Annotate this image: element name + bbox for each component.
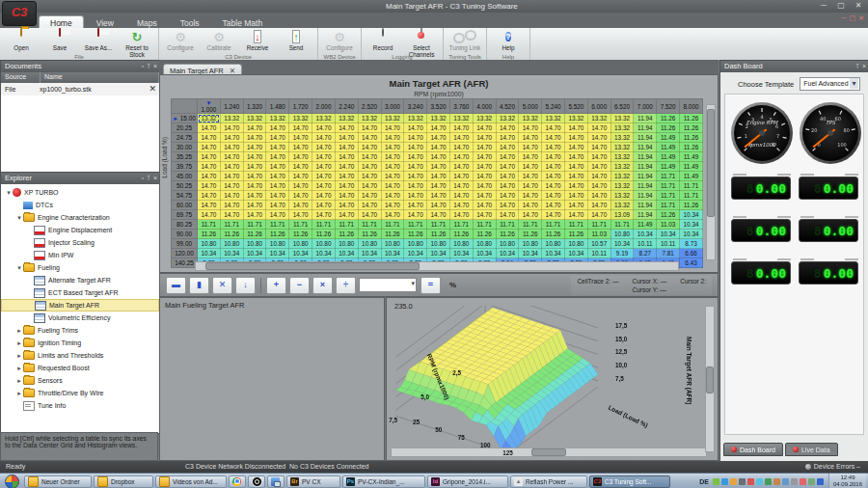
taskbar-button-c3-tuning-soft-[interactable]: C3C3 Tuning Soft... (589, 475, 670, 488)
afr-cell[interactable]: 11.26 (243, 230, 266, 239)
afr-cell[interactable]: 14.70 (496, 201, 519, 210)
afr-cell[interactable]: 14.70 (266, 133, 289, 143)
afr-cell[interactable]: 14.70 (198, 210, 221, 220)
afr-cell[interactable]: 14.70 (289, 172, 312, 181)
chevron-right-icon[interactable]: ▸ (15, 365, 23, 372)
afr-cell[interactable]: 11.94 (634, 162, 657, 172)
afr-cell[interactable]: 13.32 (198, 114, 221, 123)
status-device-errors[interactable]: Device Errors – (805, 461, 860, 473)
afr-cell[interactable]: 14.70 (289, 210, 312, 220)
afr-cell[interactable]: 13.32 (358, 114, 381, 123)
afr-cell[interactable]: 11.26 (312, 230, 336, 239)
column-header-1.320[interactable]: 1.320 (243, 99, 266, 114)
minimize-icon[interactable]: ─ (817, 1, 830, 10)
afr-cell[interactable]: 14.70 (496, 133, 519, 143)
afr-cell[interactable]: 13.32 (427, 114, 450, 123)
afr-cell[interactable]: 14.70 (496, 152, 519, 162)
tree-item-main-target-afr[interactable]: Main Target AFR (1, 299, 159, 312)
taskbar-button-pv-cx[interactable]: BrPV CX (286, 475, 340, 488)
afr-cell[interactable]: 11.71 (542, 220, 565, 230)
receive-button[interactable]: ↓Receive (238, 28, 277, 52)
afr-cell[interactable]: 10.34 (680, 220, 703, 230)
afr-cell[interactable]: 14.70 (312, 152, 336, 162)
afr-cell[interactable]: 14.70 (335, 181, 358, 191)
afr-cell[interactable]: 14.70 (312, 201, 336, 210)
panel-close-icon[interactable]: × (862, 61, 866, 72)
afr-cell[interactable]: 14.70 (335, 210, 358, 220)
dashboard-tab-live-data[interactable]: Live Data (785, 443, 838, 456)
document-row[interactable]: File xp1000_turbo.stk ✕ (1, 83, 159, 95)
afr-cell[interactable]: 10.57 (587, 239, 610, 249)
afr-cell[interactable]: 14.70 (312, 210, 336, 220)
afr-cell[interactable]: 14.70 (519, 123, 542, 133)
doc-restore-icon[interactable]: ▢ (850, 14, 856, 22)
afr-cell[interactable]: 14.70 (496, 210, 519, 220)
afr-cell[interactable]: 14.70 (519, 210, 542, 220)
afr-cell[interactable]: 14.70 (473, 191, 496, 201)
chevron-right-icon[interactable]: ▸ (15, 352, 23, 360)
afr-cell[interactable]: 14.70 (587, 162, 610, 172)
afr-cell[interactable]: 14.70 (335, 162, 358, 172)
send-button[interactable]: ↑Send (277, 28, 315, 52)
afr-cell[interactable]: 10.80 (496, 239, 519, 249)
save-as--button[interactable]: Save As... (79, 28, 118, 52)
dashboard-tab-dash-board[interactable]: Dash Board (723, 443, 783, 456)
afr-cell[interactable]: 13.32 (542, 114, 565, 123)
afr-cell[interactable]: 10.34 (496, 249, 519, 258)
afr-cell[interactable]: 14.70 (220, 210, 243, 220)
afr-cell[interactable]: 11.71 (198, 220, 221, 230)
afr-cell[interactable]: 13.32 (289, 114, 312, 123)
save-button[interactable]: Save (41, 28, 79, 52)
afr-cell[interactable]: 10.34 (657, 230, 680, 239)
afr-cell[interactable]: 13.32 (496, 114, 519, 123)
afr-cell[interactable]: 14.70 (519, 201, 542, 210)
afr-cell[interactable]: 14.70 (289, 201, 312, 210)
afr-cell[interactable]: 14.70 (587, 123, 610, 133)
taskbar-button-net[interactable] (267, 475, 285, 488)
afr-cell[interactable]: 11.26 (198, 230, 221, 239)
table-horizontal-scrollbar[interactable] (195, 261, 679, 271)
afr-cell[interactable]: 10.34 (680, 230, 703, 239)
plot-vertical-scrollbar[interactable] (705, 306, 715, 452)
afr-cell[interactable]: 14.70 (220, 201, 243, 210)
taskbar-button-circle[interactable] (248, 475, 265, 488)
afr-cell[interactable]: 11.71 (358, 220, 381, 230)
led-readout[interactable]: 80.00 (731, 176, 791, 200)
afr-cell[interactable]: 14.70 (565, 143, 588, 152)
tree-item-engine-characterization[interactable]: ▾Engine Characterization (1, 211, 159, 224)
afr-cell[interactable]: 13.32 (335, 114, 358, 123)
afr-cell[interactable]: 14.70 (381, 133, 404, 143)
afr-cell[interactable]: 13.32 (220, 114, 243, 123)
afr-cell[interactable]: 13.32 (312, 114, 336, 123)
led-readout[interactable]: 80.00 (799, 219, 858, 242)
taskbar-button-reflash-power-[interactable]: ▲Reflash Power ... (510, 475, 587, 488)
template-select[interactable]: Fuel Advanced (800, 77, 860, 91)
column-header-6.520[interactable]: 6.520 (610, 99, 634, 114)
afr-cell[interactable]: 11.94 (634, 172, 657, 181)
row-header-60.00[interactable]: 60.00 (172, 201, 198, 210)
afr-cell[interactable]: 14.70 (289, 133, 312, 143)
afr-cell[interactable]: 11.71 (404, 220, 427, 230)
tray-icon[interactable] (713, 478, 719, 485)
afr-cell[interactable]: 14.70 (220, 152, 243, 162)
afr-cell[interactable]: 13.32 (519, 114, 542, 123)
afr-cell[interactable]: 14.70 (496, 181, 519, 191)
afr-cell[interactable]: 10.34 (381, 249, 404, 258)
column-header-1.720[interactable]: 1.720 (289, 99, 312, 114)
row-header-24.75[interactable]: 24.75 (172, 133, 198, 143)
afr-cell[interactable]: 14.70 (358, 152, 381, 162)
afr-cell[interactable]: 14.70 (427, 201, 450, 210)
afr-cell[interactable]: 13.09 (610, 210, 634, 220)
row-header-50.25[interactable]: 50.25 (172, 181, 198, 191)
afr-cell[interactable]: 14.70 (449, 143, 473, 152)
afr-cell[interactable]: 14.70 (266, 172, 289, 181)
afr-cell[interactable]: 10.34 (427, 249, 450, 258)
chevron-down-icon[interactable]: ▾ (5, 189, 13, 197)
afr-cell[interactable]: 14.70 (243, 123, 266, 133)
afr-cell[interactable]: 14.70 (289, 162, 312, 172)
afr-cell[interactable]: 13.32 (610, 133, 634, 143)
afr-cell[interactable]: 11.03 (587, 230, 610, 239)
afr-cell[interactable]: 10.80 (243, 239, 266, 249)
tree-item-tune-info[interactable]: Tune Info (1, 399, 159, 412)
afr-cell[interactable]: 14.70 (381, 210, 404, 220)
